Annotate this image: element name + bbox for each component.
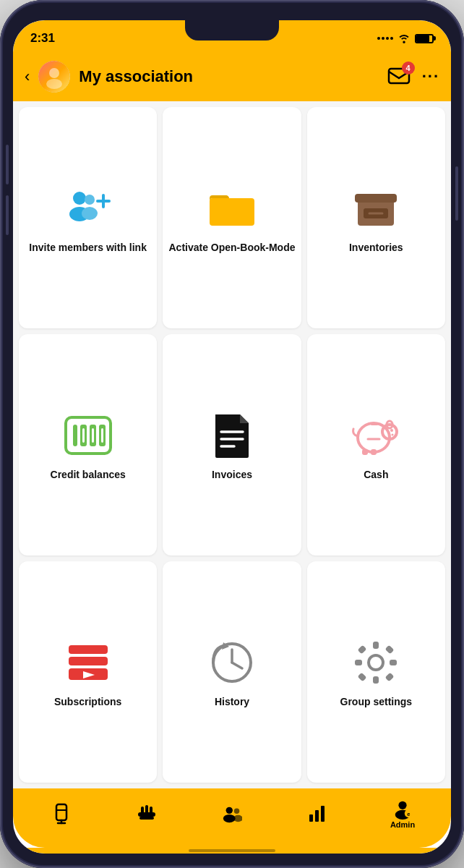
subscriptions-icon	[63, 637, 113, 688]
grid-item-cash[interactable]: Cash	[307, 334, 445, 556]
svg-rect-35	[371, 449, 377, 455]
svg-point-31	[392, 433, 394, 435]
svg-rect-34	[362, 449, 368, 455]
invite-members-icon	[63, 183, 113, 234]
svg-rect-67	[315, 810, 319, 822]
svg-rect-49	[358, 645, 367, 655]
status-icons	[377, 33, 434, 43]
svg-rect-11	[212, 198, 252, 223]
svg-point-44	[369, 655, 383, 670]
tab-bar: e Admin	[13, 788, 451, 848]
svg-rect-45	[373, 642, 379, 649]
history-label: History	[215, 695, 249, 708]
members-tab-icon	[222, 804, 242, 824]
svg-rect-36	[69, 645, 108, 654]
svg-rect-59	[145, 805, 148, 814]
food-tab-icon	[137, 804, 157, 824]
svg-point-69	[398, 801, 406, 809]
admin-tab-label: Admin	[390, 820, 415, 829]
group-settings-label: Group settings	[340, 695, 413, 708]
svg-rect-51	[358, 673, 367, 682]
tab-item-members[interactable]	[213, 804, 251, 824]
svg-rect-32	[371, 423, 378, 425]
svg-point-7	[85, 195, 95, 205]
grid-content: Invite members with link Activate Open-B…	[13, 101, 451, 788]
svg-rect-58	[141, 807, 144, 814]
invoices-icon	[207, 410, 257, 461]
header-actions: 4 ···	[387, 65, 439, 88]
svg-rect-61	[139, 817, 154, 820]
svg-point-2	[49, 68, 59, 78]
history-icon	[207, 637, 257, 688]
svg-rect-17	[73, 425, 77, 446]
phone-frame: 2:31 ‹	[0, 0, 464, 868]
invoices-label: Invoices	[212, 468, 252, 481]
svg-rect-50	[385, 645, 395, 655]
openbook-icon	[207, 183, 257, 234]
svg-point-64	[234, 809, 239, 814]
notification-button[interactable]: 4	[387, 65, 411, 88]
home-bar	[189, 849, 275, 852]
header-title: My association	[79, 67, 378, 86]
svg-rect-23	[101, 428, 103, 443]
cash-icon	[351, 410, 401, 461]
tab-item-food[interactable]	[128, 804, 166, 824]
subscriptions-label: Subscriptions	[54, 695, 121, 708]
power-button	[455, 166, 458, 221]
openbook-label: Activate Open-Book-Mode	[168, 241, 295, 254]
invite-members-label: Invite members with link	[29, 241, 147, 254]
admin-tab-icon: e	[392, 799, 413, 819]
svg-rect-19	[82, 428, 85, 443]
battery-icon	[415, 34, 434, 43]
svg-point-65	[233, 815, 242, 822]
signal-dots	[377, 37, 393, 40]
phone-screen: 2:31 ‹	[13, 20, 451, 854]
svg-rect-21	[92, 428, 94, 443]
grid-item-invoices[interactable]: Invoices	[163, 334, 301, 556]
back-button[interactable]: ‹	[25, 69, 30, 85]
volume-down-button	[6, 195, 9, 235]
svg-rect-46	[373, 676, 379, 684]
avatar	[38, 61, 70, 93]
notch	[185, 20, 279, 41]
credit-balances-label: Credit balances	[51, 468, 126, 481]
svg-line-42	[232, 663, 242, 668]
wifi-icon	[398, 33, 411, 43]
volume-up-button	[6, 145, 9, 184]
svg-point-3	[46, 79, 62, 89]
more-options-button[interactable]: ···	[422, 67, 439, 86]
svg-point-5	[73, 192, 86, 205]
grid-item-credit-balances[interactable]: Credit balances	[19, 334, 157, 556]
svg-rect-52	[385, 673, 395, 682]
inventories-icon	[351, 183, 401, 234]
grid-item-inventories[interactable]: Inventories	[307, 107, 445, 328]
svg-rect-66	[309, 814, 313, 822]
svg-rect-48	[390, 660, 397, 665]
stats-tab-icon	[307, 804, 327, 824]
svg-text:e: e	[407, 811, 410, 817]
grid-item-history[interactable]: History	[163, 561, 301, 783]
drinks-tab-icon	[51, 804, 72, 824]
header: ‹ My associati	[13, 52, 451, 101]
svg-rect-13	[355, 194, 397, 203]
grid-item-openbook[interactable]: Activate Open-Book-Mode	[163, 107, 301, 328]
tab-item-drinks[interactable]	[43, 804, 80, 824]
svg-point-30	[390, 429, 393, 432]
svg-rect-47	[355, 660, 362, 665]
inventories-label: Inventories	[349, 241, 403, 254]
tab-item-admin[interactable]: e Admin	[384, 799, 421, 829]
svg-point-8	[82, 207, 98, 220]
home-indicator	[13, 848, 451, 854]
svg-rect-53	[56, 804, 66, 820]
svg-rect-37	[69, 657, 108, 665]
grid-item-invite-members[interactable]: Invite members with link	[19, 107, 157, 328]
group-settings-icon	[351, 637, 401, 688]
grid-item-subscriptions[interactable]: Subscriptions	[19, 561, 157, 783]
cash-label: Cash	[364, 468, 388, 481]
notification-badge: 4	[402, 61, 415, 75]
svg-point-62	[226, 807, 233, 814]
grid-item-group-settings[interactable]: Group settings	[307, 561, 445, 783]
tab-item-stats[interactable]	[298, 804, 336, 824]
credit-balances-icon	[63, 410, 113, 461]
status-time: 2:31	[30, 31, 55, 46]
